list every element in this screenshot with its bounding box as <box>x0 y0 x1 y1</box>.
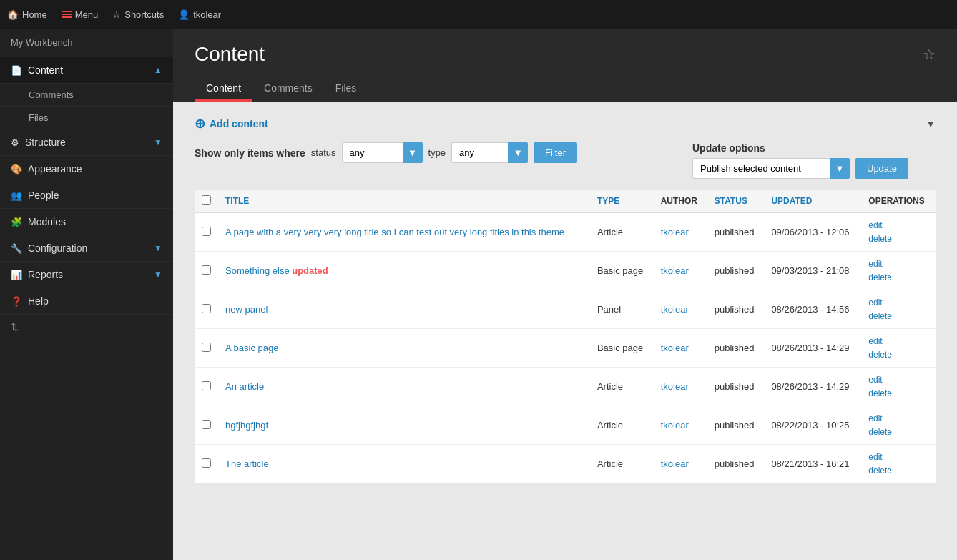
delete-link[interactable]: delete <box>868 350 928 360</box>
update-select-wrap: Publish selected content Unpublish selec… <box>692 158 850 179</box>
author-link[interactable]: tkolear <box>661 343 689 353</box>
delete-link[interactable]: delete <box>868 311 928 321</box>
edit-link[interactable]: edit <box>868 298 928 308</box>
content-title-link[interactable]: hgfjhgfjhgf <box>225 420 268 431</box>
home-label: Home <box>22 9 47 20</box>
delete-link[interactable]: delete <box>868 272 928 283</box>
content-table: TITLE TYPE AUTHOR STATUS UPDATED OPERATI… <box>195 190 936 483</box>
content-title-link[interactable]: An article <box>225 381 264 392</box>
tabs: Content Comments Files <box>195 77 936 102</box>
sidebar-item-content[interactable]: 📄 Content ▲ <box>0 57 173 84</box>
sidebar-item-label: Structure <box>25 137 148 148</box>
chevron-down-icon: ▼ <box>154 137 162 147</box>
page-title: Content <box>195 43 265 66</box>
structure-icon: ⚙ <box>11 137 19 148</box>
config-icon: 🔧 <box>11 243 22 254</box>
sidebar-item-label: Configuration <box>28 242 148 254</box>
edit-link[interactable]: edit <box>868 375 928 385</box>
author-link[interactable]: tkolear <box>661 265 689 276</box>
edit-link[interactable]: edit <box>868 413 928 423</box>
author-link[interactable]: tkolear <box>661 381 689 392</box>
row-checkbox[interactable] <box>202 458 211 468</box>
edit-link[interactable]: edit <box>868 259 928 269</box>
sidebar-item-configuration[interactable]: 🔧 Configuration ▼ <box>0 235 173 262</box>
sidebar-item-people[interactable]: 👥 People <box>0 182 173 209</box>
content-status: published <box>707 368 765 406</box>
content-area: Content ☆ Content Comments Files ⊕ Add c… <box>173 29 957 560</box>
sidebar-item-comments[interactable]: Comments <box>0 84 173 107</box>
sidebar-item-label: Reports <box>28 269 148 280</box>
row-checkbox[interactable] <box>202 420 211 429</box>
content-updated: 08/22/2013 - 10:25 <box>764 406 861 445</box>
row-checkbox[interactable] <box>202 265 211 275</box>
col-updated: UPDATED <box>764 190 861 213</box>
home-nav[interactable]: 🏠 Home <box>7 9 47 20</box>
content-title-link[interactable]: A page with a very very very long title … <box>225 227 564 237</box>
topbar: 🏠 Home Menu ☆ Shortcuts 👤 tkolear <box>0 0 957 29</box>
table-row: hgfjhgfjhgfArticletkolearpublished08/22/… <box>195 406 936 445</box>
align-icon: ⇅ <box>11 322 19 333</box>
operations-cell: editdelete <box>868 220 928 244</box>
status-label: status <box>311 147 336 158</box>
status-select[interactable]: any published unpublished <box>342 142 423 163</box>
dropdown-arrow-icon[interactable]: ▼ <box>926 118 936 129</box>
content-status: published <box>707 445 765 483</box>
chevron-down-icon: ▼ <box>154 270 162 280</box>
author-link[interactable]: tkolear <box>661 227 689 237</box>
select-all-checkbox[interactable] <box>202 195 211 205</box>
row-checkbox[interactable] <box>202 227 211 236</box>
update-select[interactable]: Publish selected content Unpublish selec… <box>692 158 850 179</box>
content-title-link[interactable]: new panel <box>225 304 268 315</box>
content-type: Article <box>590 406 654 445</box>
edit-link[interactable]: edit <box>868 336 928 346</box>
sidebar-footer[interactable]: ⇅ <box>0 315 173 340</box>
sidebar-item-label: Modules <box>28 216 162 227</box>
tab-files[interactable]: Files <box>324 77 368 102</box>
sidebar-item-structure[interactable]: ⚙ Structure ▼ <box>0 129 173 156</box>
sidebar-item-reports[interactable]: 📊 Reports ▼ <box>0 262 173 288</box>
operations-cell: editdelete <box>868 375 928 398</box>
sidebar-item-modules[interactable]: 🧩 Modules <box>0 209 173 235</box>
edit-link[interactable]: edit <box>868 220 928 230</box>
menu-nav[interactable]: Menu <box>62 9 99 20</box>
row-checkbox[interactable] <box>202 381 211 390</box>
sidebar-item-label: People <box>28 190 162 201</box>
chevron-down-icon: ▼ <box>154 243 162 253</box>
author-link[interactable]: tkolear <box>661 304 689 315</box>
sidebar-item-help[interactable]: ❓ Help <box>0 288 173 315</box>
sidebar-item-workbench[interactable]: My Workbench <box>0 29 173 57</box>
delete-link[interactable]: delete <box>868 388 928 398</box>
tab-comments[interactable]: Comments <box>252 77 324 102</box>
sidebar-item-files[interactable]: Files <box>0 107 173 129</box>
author-link[interactable]: tkolear <box>661 458 689 469</box>
operations-cell: editdelete <box>868 336 928 360</box>
favorite-star-icon[interactable]: ☆ <box>923 46 936 63</box>
tab-content[interactable]: Content <box>195 77 252 102</box>
update-button[interactable]: Update <box>855 158 908 179</box>
filter-button[interactable]: Filter <box>534 142 577 163</box>
delete-link[interactable]: delete <box>868 466 928 476</box>
table-row: The articleArticletkolearpublished08/21/… <box>195 445 936 483</box>
operations-cell: editdelete <box>868 259 928 283</box>
row-checkbox[interactable] <box>202 343 211 352</box>
operations-cell: editdelete <box>868 298 928 321</box>
edit-link[interactable]: edit <box>868 452 928 462</box>
user-nav[interactable]: 👤 tkolear <box>178 9 221 20</box>
content-title-link[interactable]: The article <box>225 458 269 469</box>
content-title-link[interactable]: A basic page <box>225 343 278 353</box>
show-items-label: Show only items where <box>195 147 305 159</box>
row-checkbox[interactable] <box>202 304 211 313</box>
status-select-wrap: any published unpublished ▼ <box>342 142 423 163</box>
delete-link[interactable]: delete <box>868 427 928 437</box>
col-author: AUTHOR <box>654 190 707 213</box>
delete-link[interactable]: delete <box>868 234 928 244</box>
sidebar-item-appearance[interactable]: 🎨 Appearance <box>0 156 173 182</box>
content-updated: 08/26/2013 - 14:29 <box>764 368 861 406</box>
author-link[interactable]: tkolear <box>661 420 689 431</box>
type-select[interactable]: any Article Basic page Panel <box>451 142 528 163</box>
content-title-link[interactable]: Something else <box>225 265 290 276</box>
table-row: An articleArticletkolearpublished08/26/2… <box>195 368 936 406</box>
reports-icon: 📊 <box>11 270 22 280</box>
shortcuts-nav[interactable]: ☆ Shortcuts <box>112 9 164 20</box>
add-content-button[interactable]: ⊕ Add content <box>195 116 268 132</box>
